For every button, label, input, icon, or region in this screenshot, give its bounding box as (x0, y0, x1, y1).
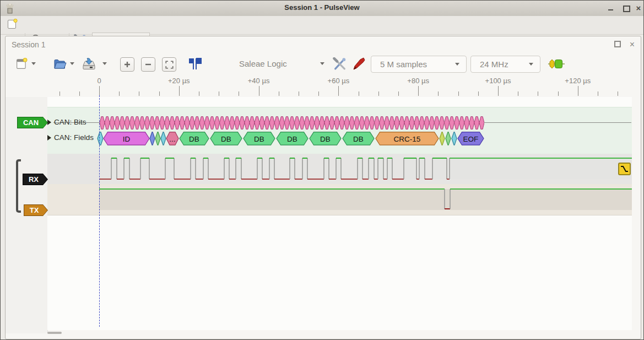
time-cursor[interactable] (99, 95, 100, 327)
can-bit-annotation[interactable] (429, 117, 434, 129)
can-bit-annotation[interactable] (129, 117, 134, 129)
can-bit-annotation[interactable] (110, 117, 115, 129)
channel-group-bracket[interactable] (16, 159, 21, 213)
can-bit-annotation[interactable] (209, 117, 214, 129)
can-bit-annotation[interactable] (185, 117, 190, 129)
expander-arrow-icon[interactable] (47, 135, 51, 141)
can-bit-annotation[interactable] (204, 117, 209, 129)
new-view-button[interactable] (16, 58, 28, 72)
can-field-annotation[interactable] (452, 132, 457, 145)
open-button[interactable] (53, 57, 67, 72)
zoom-in-button[interactable] (120, 57, 134, 72)
add-decoder-button[interactable] (548, 58, 565, 72)
can-bit-annotation[interactable] (115, 117, 120, 129)
can-bit-annotation[interactable] (380, 117, 385, 129)
can-field-annotation[interactable] (150, 132, 155, 145)
rx-waveform[interactable] (47, 154, 632, 184)
can-bit-annotation[interactable] (120, 117, 125, 129)
can-bit-annotation[interactable] (134, 117, 139, 129)
can-bit-annotation[interactable] (474, 117, 479, 129)
configure-device-button[interactable] (333, 57, 347, 73)
can-bit-annotation[interactable] (459, 117, 464, 129)
close-button[interactable]: × (634, 4, 643, 12)
can-bit-annotation[interactable] (354, 117, 359, 129)
window-titlebar[interactable]: Session 1 - PulseView × (1, 1, 643, 17)
can-bit-annotation[interactable] (364, 117, 369, 129)
open-dropdown-arrow[interactable] (70, 62, 74, 65)
can-bit-annotation[interactable] (194, 117, 199, 129)
can-bit-annotation[interactable] (180, 117, 185, 129)
panel-maximize-button[interactable] (613, 40, 621, 48)
can-bit-annotation[interactable] (250, 117, 255, 129)
can-bit-annotation[interactable] (329, 117, 334, 129)
can-bit-annotation[interactable] (160, 117, 165, 129)
can-bit-annotation[interactable] (339, 117, 344, 129)
sample-rate-combobox[interactable]: 24 MHz (470, 56, 540, 73)
tx-channel-tag[interactable]: TX (24, 204, 48, 216)
can-decoder-tag[interactable]: CAN (17, 117, 48, 128)
can-bit-annotation[interactable] (155, 117, 160, 129)
can-bit-annotation[interactable] (259, 117, 264, 129)
can-bit-annotation[interactable] (100, 117, 105, 129)
can-bit-annotation[interactable] (145, 117, 150, 129)
zoom-fit-button[interactable] (162, 57, 176, 72)
trigger-marker[interactable] (618, 163, 631, 175)
can-bit-annotation[interactable] (300, 117, 305, 129)
can-bit-annotation[interactable] (349, 117, 354, 129)
can-field-annotation[interactable] (155, 132, 160, 145)
can-bit-annotation[interactable] (125, 117, 129, 129)
can-field-annotation[interactable] (161, 132, 166, 145)
can-bit-annotation[interactable] (479, 117, 484, 129)
can-bit-annotation[interactable] (170, 117, 175, 129)
can-bit-annotation[interactable] (385, 117, 389, 129)
can-bit-annotation[interactable] (394, 117, 399, 129)
can-bits-annotations[interactable] (100, 116, 484, 129)
can-bit-annotation[interactable] (375, 117, 380, 129)
can-bit-annotation[interactable] (220, 117, 225, 129)
can-bit-annotation[interactable] (359, 117, 364, 129)
rx-channel-tag[interactable]: RX (23, 174, 48, 185)
can-bit-annotation[interactable] (434, 117, 439, 129)
can-bit-annotation[interactable] (214, 117, 219, 129)
zoom-out-button[interactable] (141, 57, 155, 72)
can-bit-annotation[interactable] (289, 117, 294, 129)
can-field-annotation[interactable] (98, 132, 103, 145)
can-bit-annotation[interactable] (269, 117, 274, 129)
can-bit-annotation[interactable] (105, 117, 110, 129)
can-bit-annotation[interactable] (370, 117, 375, 129)
can-bit-annotation[interactable] (140, 117, 145, 129)
can-bit-annotation[interactable] (295, 117, 300, 129)
can-bit-annotation[interactable] (225, 117, 230, 129)
can-bit-annotation[interactable] (419, 117, 424, 129)
can-bit-annotation[interactable] (310, 117, 315, 129)
channels-button[interactable] (352, 57, 366, 73)
new-session-button[interactable] (7, 19, 18, 31)
can-bit-annotation[interactable] (450, 117, 454, 129)
can-bit-annotation[interactable] (334, 117, 339, 129)
can-bit-annotation[interactable] (230, 117, 235, 129)
can-bit-annotation[interactable] (240, 117, 245, 129)
save-dropdown-arrow[interactable] (102, 62, 107, 65)
can-bit-annotation[interactable] (404, 117, 409, 129)
new-view-dropdown-arrow[interactable] (31, 62, 36, 65)
can-bit-annotation[interactable] (424, 117, 429, 129)
can-fields-annotations[interactable]: ID...DBDBDBDBDBDBCRC-15EOF (94, 132, 491, 145)
can-bit-annotation[interactable] (190, 117, 194, 129)
can-bit-annotation[interactable] (284, 117, 289, 129)
horizontal-scrollbar-thumb[interactable] (47, 332, 62, 334)
tx-waveform[interactable] (47, 184, 632, 215)
can-field-annotation[interactable] (440, 132, 445, 145)
time-ruler[interactable]: 0+20 µs+40 µs+60 µs+80 µs+100 µs+120 µs (47, 78, 632, 97)
can-bit-annotation[interactable] (469, 117, 474, 129)
can-bit-annotation[interactable] (454, 117, 459, 129)
can-bit-annotation[interactable] (464, 117, 469, 129)
can-bit-annotation[interactable] (245, 117, 250, 129)
can-bit-annotation[interactable] (439, 117, 444, 129)
can-bit-annotation[interactable] (320, 117, 324, 129)
can-bit-annotation[interactable] (444, 117, 449, 129)
device-dropdown-arrow[interactable] (320, 62, 324, 65)
can-bit-annotation[interactable] (279, 117, 284, 129)
can-bit-annotation[interactable] (274, 117, 279, 129)
can-bit-annotation[interactable] (165, 117, 170, 129)
can-bit-annotation[interactable] (409, 117, 414, 129)
